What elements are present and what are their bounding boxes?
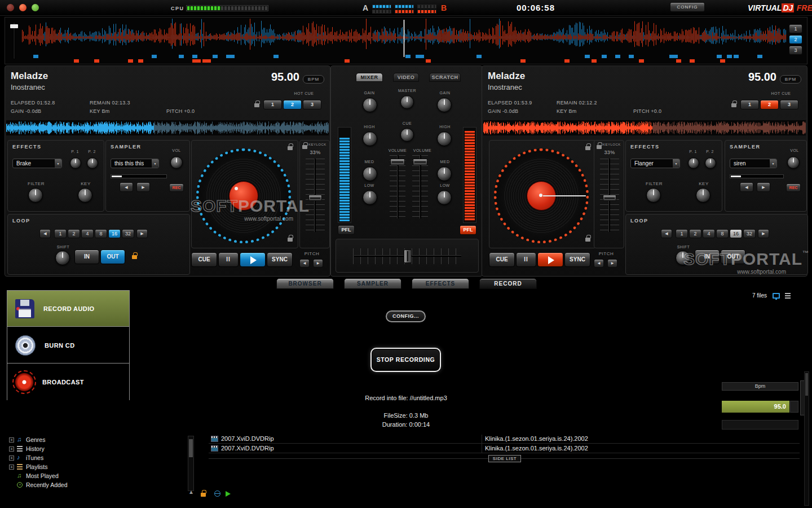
- deck-b-effect-select[interactable]: Flanger ▼: [630, 159, 680, 168]
- mixer-low-a-knob[interactable]: [363, 190, 377, 205]
- deck-b-loop-4[interactable]: 4: [703, 229, 715, 238]
- deck-a-sample-rec-button[interactable]: REC: [169, 183, 184, 192]
- playlists-expander[interactable]: [9, 465, 14, 470]
- deck-a-hotcue-lock-icon[interactable]: [254, 103, 259, 107]
- deck-b-loop-8[interactable]: 8: [716, 229, 729, 238]
- deck-a-pitch-bend-minus[interactable]: ◀: [299, 259, 310, 268]
- deck-b-loop-1[interactable]: 1: [676, 229, 688, 238]
- window-button-1[interactable]: [7, 4, 14, 11]
- tab-scratch[interactable]: SCRATCH: [429, 73, 461, 82]
- deck-a-loop-4[interactable]: 4: [81, 229, 94, 238]
- deck-a-cue-button[interactable]: CUE: [191, 252, 217, 267]
- deck-b-loop-in-button[interactable]: IN: [695, 249, 720, 264]
- deck-b-track-waveform[interactable]: [483, 120, 806, 135]
- deck-a-track-waveform[interactable]: [6, 120, 329, 135]
- playlist-scrollbar-thumb[interactable]: [805, 373, 808, 396]
- deck-b-keylock-icon[interactable]: [597, 145, 602, 149]
- deck-b-play-button[interactable]: [537, 252, 563, 267]
- deck-a-loop-1[interactable]: 1: [54, 229, 67, 238]
- network-icon[interactable]: [773, 293, 780, 299]
- deck-a-sample-vol-knob[interactable]: [170, 156, 183, 169]
- broadcast-button[interactable]: BROADCAST: [7, 364, 129, 400]
- record-audio-button[interactable]: RECORD AUDIO: [7, 291, 129, 327]
- tree-item-history[interactable]: History: [26, 445, 45, 452]
- deck-b-sample-prev-button[interactable]: ◀: [740, 182, 753, 192]
- mixer-med-b-knob[interactable]: [437, 167, 452, 181]
- mixer-high-b-knob[interactable]: [437, 132, 452, 146]
- stop-recording-button[interactable]: STOP RECORDING: [370, 348, 441, 372]
- deck-b-jog-wheel[interactable]: [494, 148, 589, 243]
- rhythm-zoom-slider-handle[interactable]: [10, 24, 18, 28]
- config-button[interactable]: CONFIG: [670, 2, 705, 12]
- deck-a-pitch-bend-plus[interactable]: ▶: [313, 259, 323, 268]
- tree-item-itunes[interactable]: iTunes: [26, 454, 43, 461]
- deck-b-loop-double-button[interactable]: ▶: [758, 229, 769, 238]
- tree-scrollbar-thumb[interactable]: [189, 439, 193, 457]
- tab-video[interactable]: VIDEO: [393, 73, 419, 82]
- playlist-bpm-header[interactable]: Bpm: [722, 382, 798, 391]
- deck-b-sample-next-button[interactable]: ▶: [757, 182, 770, 192]
- rhythm-zoom-2[interactable]: 2: [789, 35, 802, 44]
- deck-b-shift-knob[interactable]: [676, 251, 690, 265]
- mixer-fader-b-handle[interactable]: [413, 159, 427, 165]
- deck-b-sync-button[interactable]: SYNC: [564, 252, 590, 267]
- deck-a-sample-prev-button[interactable]: ◀: [120, 182, 133, 192]
- deck-a-jog-wheel[interactable]: [196, 148, 291, 243]
- tab-browser[interactable]: BROWSER: [276, 278, 334, 289]
- deck-a-effect-select[interactable]: Brake ▼: [12, 159, 62, 168]
- record-config-button[interactable]: CONFIG...: [386, 310, 426, 322]
- deck-b-loop-16[interactable]: 16: [730, 229, 742, 238]
- mixer-gain-b-knob[interactable]: [437, 98, 452, 112]
- history-expander[interactable]: [9, 446, 14, 452]
- deck-b-pitch-bend-plus[interactable]: ▶: [607, 259, 617, 268]
- deck-a-loop-2[interactable]: 2: [68, 229, 80, 238]
- tree-item-recently-added[interactable]: Recently Added: [26, 481, 68, 488]
- deck-b-filter-knob[interactable]: [646, 188, 661, 203]
- deck-a-effect-p2-knob[interactable]: [87, 157, 98, 169]
- tab-mixer[interactable]: MIXER: [356, 73, 383, 82]
- tree-item-playlists[interactable]: Playlists: [26, 463, 48, 470]
- mixer-pfl-a-button[interactable]: PFL: [338, 225, 355, 235]
- deck-a-hotcue-1[interactable]: 1: [263, 100, 282, 110]
- deck-a-loop-lock-icon[interactable]: [132, 255, 137, 259]
- deck-b-effect-p2-knob[interactable]: [705, 157, 716, 169]
- playlist-panel-icon[interactable]: [785, 293, 791, 299]
- deck-a-play-button[interactable]: [240, 252, 266, 267]
- deck-b-pause-button[interactable]: II: [516, 252, 536, 267]
- deck-a-filter-knob[interactable]: [28, 188, 43, 203]
- eject-icon[interactable]: ▲: [188, 489, 194, 495]
- deck-a-hotcue-3[interactable]: 3: [303, 100, 321, 110]
- mixer-cue-knob[interactable]: [400, 128, 414, 142]
- tab-sampler[interactable]: SAMPLER: [344, 278, 401, 289]
- deck-b-sample-rec-button[interactable]: REC: [786, 183, 801, 192]
- tree-item-most-played[interactable]: Most Played: [26, 472, 59, 479]
- deck-a-pitch-slider-handle[interactable]: [308, 195, 322, 201]
- deck-a-loop-16[interactable]: 16: [108, 229, 121, 238]
- mixer-master-knob[interactable]: [400, 95, 414, 109]
- deck-a-loop-out-button[interactable]: OUT: [100, 249, 125, 264]
- playlist-scrollbar[interactable]: [804, 371, 809, 506]
- deck-a-hotcue-2[interactable]: 2: [283, 100, 302, 110]
- deck-b-hotcue-lock-icon[interactable]: [731, 103, 736, 107]
- deck-b-pitch-slider-handle[interactable]: [603, 195, 616, 201]
- deck-a-loop-32[interactable]: 32: [122, 229, 134, 238]
- deck-b-key-knob[interactable]: [696, 188, 710, 203]
- genres-expander[interactable]: [9, 437, 14, 443]
- deck-b-hotcue-2[interactable]: 2: [760, 100, 779, 110]
- tab-effects[interactable]: EFFECTS: [412, 278, 469, 289]
- deck-b-sample-vol-knob[interactable]: [787, 156, 800, 169]
- deck-a-jog-lock-top-icon[interactable]: [288, 146, 293, 150]
- deck-b-hotcue-3[interactable]: 3: [780, 100, 798, 110]
- tree-item-genres[interactable]: Genres: [26, 436, 45, 443]
- deck-a-shift-knob[interactable]: [55, 251, 70, 265]
- deck-a-pause-button[interactable]: II: [218, 252, 239, 267]
- deck-a-loop-8[interactable]: 8: [95, 229, 107, 238]
- file-row-1[interactable]: 2007.XviD.DVDRip Klinika.(1.sezon.01.ser…: [209, 435, 800, 444]
- rhythm-zoom-1[interactable]: 1: [789, 24, 802, 33]
- burn-cd-button[interactable]: BURN CD: [7, 327, 129, 364]
- deck-b-effect-p1-knob[interactable]: [688, 157, 699, 169]
- deck-a-sample-select[interactable]: this this this ▼: [111, 159, 159, 168]
- itunes-expander[interactable]: [9, 456, 14, 461]
- side-list-button[interactable]: SIDE LIST: [488, 455, 521, 462]
- crossfader-handle[interactable]: [404, 249, 412, 263]
